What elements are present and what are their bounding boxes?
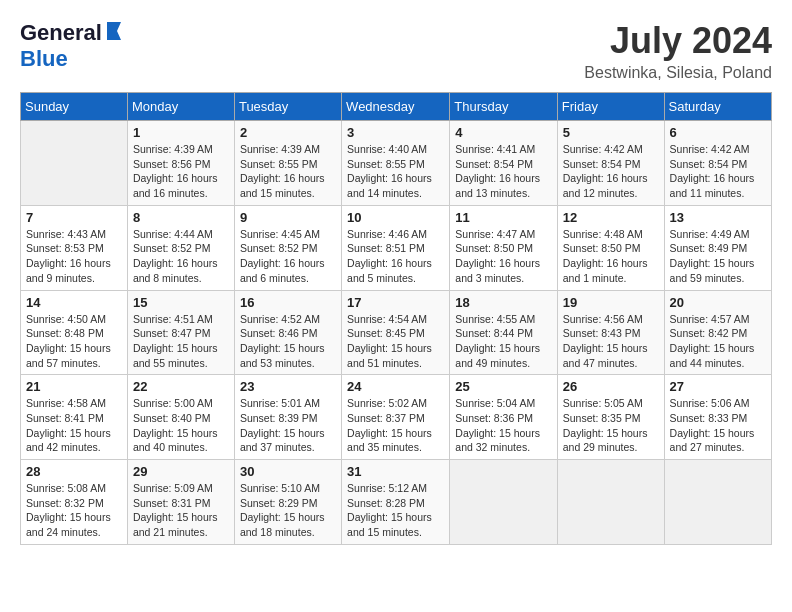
- day-number: 18: [455, 295, 551, 310]
- cell-content: Sunrise: 5:12 AM Sunset: 8:28 PM Dayligh…: [347, 481, 444, 540]
- day-number: 20: [670, 295, 766, 310]
- cell-content: Sunrise: 4:43 AM Sunset: 8:53 PM Dayligh…: [26, 227, 122, 286]
- day-number: 29: [133, 464, 229, 479]
- location-subtitle: Bestwinka, Silesia, Poland: [584, 64, 772, 82]
- cell-content: Sunrise: 4:45 AM Sunset: 8:52 PM Dayligh…: [240, 227, 336, 286]
- cell-content: Sunrise: 4:42 AM Sunset: 8:54 PM Dayligh…: [670, 142, 766, 201]
- calendar-cell: [664, 460, 771, 545]
- day-number: 25: [455, 379, 551, 394]
- day-number: 21: [26, 379, 122, 394]
- day-number: 28: [26, 464, 122, 479]
- cell-content: Sunrise: 4:50 AM Sunset: 8:48 PM Dayligh…: [26, 312, 122, 371]
- calendar-cell: 29Sunrise: 5:09 AM Sunset: 8:31 PM Dayli…: [127, 460, 234, 545]
- cell-content: Sunrise: 4:55 AM Sunset: 8:44 PM Dayligh…: [455, 312, 551, 371]
- weekday-header-tuesday: Tuesday: [234, 93, 341, 121]
- day-number: 1: [133, 125, 229, 140]
- calendar-cell: 4Sunrise: 4:41 AM Sunset: 8:54 PM Daylig…: [450, 121, 557, 206]
- calendar-week-row: 14Sunrise: 4:50 AM Sunset: 8:48 PM Dayli…: [21, 290, 772, 375]
- cell-content: Sunrise: 5:08 AM Sunset: 8:32 PM Dayligh…: [26, 481, 122, 540]
- weekday-header-wednesday: Wednesday: [342, 93, 450, 121]
- day-number: 27: [670, 379, 766, 394]
- cell-content: Sunrise: 5:02 AM Sunset: 8:37 PM Dayligh…: [347, 396, 444, 455]
- cell-content: Sunrise: 5:09 AM Sunset: 8:31 PM Dayligh…: [133, 481, 229, 540]
- calendar-cell: 23Sunrise: 5:01 AM Sunset: 8:39 PM Dayli…: [234, 375, 341, 460]
- weekday-header-friday: Friday: [557, 93, 664, 121]
- cell-content: Sunrise: 5:10 AM Sunset: 8:29 PM Dayligh…: [240, 481, 336, 540]
- cell-content: Sunrise: 4:41 AM Sunset: 8:54 PM Dayligh…: [455, 142, 551, 201]
- day-number: 15: [133, 295, 229, 310]
- cell-content: Sunrise: 4:58 AM Sunset: 8:41 PM Dayligh…: [26, 396, 122, 455]
- calendar-cell: 27Sunrise: 5:06 AM Sunset: 8:33 PM Dayli…: [664, 375, 771, 460]
- day-number: 8: [133, 210, 229, 225]
- cell-content: Sunrise: 4:42 AM Sunset: 8:54 PM Dayligh…: [563, 142, 659, 201]
- day-number: 22: [133, 379, 229, 394]
- logo-icon: [103, 20, 125, 46]
- cell-content: Sunrise: 5:06 AM Sunset: 8:33 PM Dayligh…: [670, 396, 766, 455]
- svg-marker-0: [107, 22, 121, 40]
- calendar-cell: 9Sunrise: 4:45 AM Sunset: 8:52 PM Daylig…: [234, 205, 341, 290]
- calendar-cell: [450, 460, 557, 545]
- day-number: 19: [563, 295, 659, 310]
- calendar-cell: 21Sunrise: 4:58 AM Sunset: 8:41 PM Dayli…: [21, 375, 128, 460]
- cell-content: Sunrise: 4:47 AM Sunset: 8:50 PM Dayligh…: [455, 227, 551, 286]
- month-year-title: July 2024: [584, 20, 772, 62]
- calendar-cell: 2Sunrise: 4:39 AM Sunset: 8:55 PM Daylig…: [234, 121, 341, 206]
- calendar-week-row: 7Sunrise: 4:43 AM Sunset: 8:53 PM Daylig…: [21, 205, 772, 290]
- cell-content: Sunrise: 4:56 AM Sunset: 8:43 PM Dayligh…: [563, 312, 659, 371]
- calendar-cell: 22Sunrise: 5:00 AM Sunset: 8:40 PM Dayli…: [127, 375, 234, 460]
- calendar-cell: 14Sunrise: 4:50 AM Sunset: 8:48 PM Dayli…: [21, 290, 128, 375]
- calendar-cell: 12Sunrise: 4:48 AM Sunset: 8:50 PM Dayli…: [557, 205, 664, 290]
- cell-content: Sunrise: 5:05 AM Sunset: 8:35 PM Dayligh…: [563, 396, 659, 455]
- day-number: 7: [26, 210, 122, 225]
- day-number: 24: [347, 379, 444, 394]
- page-header: General Blue July 2024 Bestwinka, Silesi…: [20, 20, 772, 82]
- day-number: 10: [347, 210, 444, 225]
- weekday-header-sunday: Sunday: [21, 93, 128, 121]
- calendar-week-row: 28Sunrise: 5:08 AM Sunset: 8:32 PM Dayli…: [21, 460, 772, 545]
- calendar-cell: 26Sunrise: 5:05 AM Sunset: 8:35 PM Dayli…: [557, 375, 664, 460]
- calendar-cell: 17Sunrise: 4:54 AM Sunset: 8:45 PM Dayli…: [342, 290, 450, 375]
- cell-content: Sunrise: 4:57 AM Sunset: 8:42 PM Dayligh…: [670, 312, 766, 371]
- calendar-cell: 8Sunrise: 4:44 AM Sunset: 8:52 PM Daylig…: [127, 205, 234, 290]
- day-number: 26: [563, 379, 659, 394]
- day-number: 31: [347, 464, 444, 479]
- cell-content: Sunrise: 4:44 AM Sunset: 8:52 PM Dayligh…: [133, 227, 229, 286]
- day-number: 17: [347, 295, 444, 310]
- cell-content: Sunrise: 4:46 AM Sunset: 8:51 PM Dayligh…: [347, 227, 444, 286]
- calendar-cell: 19Sunrise: 4:56 AM Sunset: 8:43 PM Dayli…: [557, 290, 664, 375]
- cell-content: Sunrise: 5:00 AM Sunset: 8:40 PM Dayligh…: [133, 396, 229, 455]
- calendar-cell: 18Sunrise: 4:55 AM Sunset: 8:44 PM Dayli…: [450, 290, 557, 375]
- day-number: 16: [240, 295, 336, 310]
- calendar-cell: 3Sunrise: 4:40 AM Sunset: 8:55 PM Daylig…: [342, 121, 450, 206]
- cell-content: Sunrise: 4:40 AM Sunset: 8:55 PM Dayligh…: [347, 142, 444, 201]
- calendar-table: SundayMondayTuesdayWednesdayThursdayFrid…: [20, 92, 772, 545]
- calendar-cell: 31Sunrise: 5:12 AM Sunset: 8:28 PM Dayli…: [342, 460, 450, 545]
- calendar-week-row: 21Sunrise: 4:58 AM Sunset: 8:41 PM Dayli…: [21, 375, 772, 460]
- day-number: 11: [455, 210, 551, 225]
- calendar-cell: 6Sunrise: 4:42 AM Sunset: 8:54 PM Daylig…: [664, 121, 771, 206]
- cell-content: Sunrise: 4:54 AM Sunset: 8:45 PM Dayligh…: [347, 312, 444, 371]
- calendar-cell: 16Sunrise: 4:52 AM Sunset: 8:46 PM Dayli…: [234, 290, 341, 375]
- calendar-week-row: 1Sunrise: 4:39 AM Sunset: 8:56 PM Daylig…: [21, 121, 772, 206]
- cell-content: Sunrise: 4:52 AM Sunset: 8:46 PM Dayligh…: [240, 312, 336, 371]
- cell-content: Sunrise: 4:39 AM Sunset: 8:56 PM Dayligh…: [133, 142, 229, 201]
- cell-content: Sunrise: 5:01 AM Sunset: 8:39 PM Dayligh…: [240, 396, 336, 455]
- cell-content: Sunrise: 4:48 AM Sunset: 8:50 PM Dayligh…: [563, 227, 659, 286]
- cell-content: Sunrise: 4:51 AM Sunset: 8:47 PM Dayligh…: [133, 312, 229, 371]
- calendar-cell: 20Sunrise: 4:57 AM Sunset: 8:42 PM Dayli…: [664, 290, 771, 375]
- calendar-cell: 1Sunrise: 4:39 AM Sunset: 8:56 PM Daylig…: [127, 121, 234, 206]
- day-number: 9: [240, 210, 336, 225]
- calendar-cell: 24Sunrise: 5:02 AM Sunset: 8:37 PM Dayli…: [342, 375, 450, 460]
- calendar-header-row: SundayMondayTuesdayWednesdayThursdayFrid…: [21, 93, 772, 121]
- logo-general: General: [20, 20, 102, 46]
- day-number: 2: [240, 125, 336, 140]
- weekday-header-thursday: Thursday: [450, 93, 557, 121]
- day-number: 23: [240, 379, 336, 394]
- calendar-cell: 13Sunrise: 4:49 AM Sunset: 8:49 PM Dayli…: [664, 205, 771, 290]
- calendar-cell: 15Sunrise: 4:51 AM Sunset: 8:47 PM Dayli…: [127, 290, 234, 375]
- day-number: 4: [455, 125, 551, 140]
- weekday-header-saturday: Saturday: [664, 93, 771, 121]
- logo: General Blue: [20, 20, 126, 72]
- calendar-cell: 7Sunrise: 4:43 AM Sunset: 8:53 PM Daylig…: [21, 205, 128, 290]
- day-number: 13: [670, 210, 766, 225]
